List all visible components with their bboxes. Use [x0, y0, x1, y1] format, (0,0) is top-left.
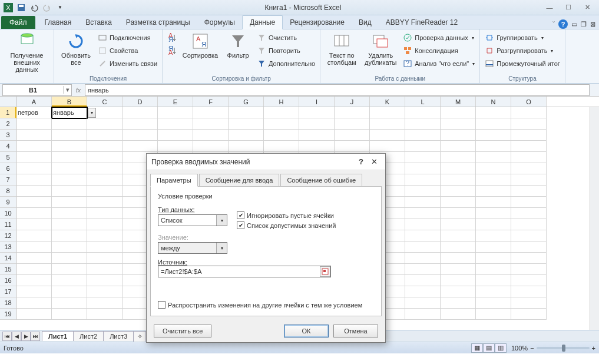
excel-icon[interactable]: X: [2, 2, 14, 14]
get-external-data-button[interactable]: Получение внешних данных: [4, 31, 50, 74]
cell[interactable]: петров: [16, 107, 52, 118]
cell[interactable]: [87, 230, 123, 241]
cell[interactable]: [52, 163, 87, 174]
row-header[interactable]: 6: [0, 163, 16, 174]
cell[interactable]: [158, 118, 193, 130]
cell[interactable]: [441, 141, 476, 152]
zoom-slider[interactable]: [537, 347, 590, 349]
subtotal-button[interactable]: Промежуточный итог: [484, 58, 561, 70]
cell[interactable]: [476, 141, 511, 152]
row-header[interactable]: 14: [0, 253, 16, 264]
cell[interactable]: [405, 230, 441, 241]
type-dropdown[interactable]: Список▾: [158, 214, 227, 226]
row-header[interactable]: 11: [0, 219, 16, 230]
cell[interactable]: [87, 264, 123, 275]
cell[interactable]: [16, 163, 52, 174]
row-header[interactable]: 1: [0, 107, 16, 118]
column-header[interactable]: J: [335, 97, 370, 107]
ungroup-button[interactable]: Разгруппировать▾: [484, 45, 561, 57]
cell[interactable]: [158, 107, 193, 118]
cell[interactable]: [193, 130, 229, 141]
cell[interactable]: [16, 130, 52, 141]
cell[interactable]: [264, 141, 299, 152]
cell[interactable]: [52, 286, 87, 297]
document-close-icon[interactable]: ⊠: [590, 21, 595, 28]
cell[interactable]: [405, 130, 441, 141]
cell[interactable]: [405, 163, 441, 174]
cell[interactable]: [441, 197, 476, 208]
row-header[interactable]: 4: [0, 141, 16, 152]
cell[interactable]: [476, 297, 511, 309]
cell[interactable]: [52, 264, 87, 275]
cell[interactable]: [441, 163, 476, 174]
cell[interactable]: [476, 186, 511, 197]
cell[interactable]: [441, 241, 476, 253]
cell[interactable]: [229, 141, 264, 152]
column-header[interactable]: I: [299, 97, 335, 107]
remove-duplicates-button[interactable]: Удалить дубликаты: [362, 31, 399, 67]
row-header[interactable]: 12: [0, 230, 16, 241]
cell[interactable]: [158, 130, 193, 141]
cell[interactable]: [441, 309, 476, 320]
connections-button[interactable]: Подключения: [97, 32, 158, 44]
cell[interactable]: [405, 152, 441, 163]
cell[interactable]: [476, 253, 511, 264]
cell[interactable]: [87, 163, 123, 174]
column-header[interactable]: A: [16, 97, 52, 107]
range-picker-icon[interactable]: [320, 266, 330, 277]
cell[interactable]: [511, 253, 547, 264]
sheet-nav-last-icon[interactable]: ⏭: [31, 332, 40, 341]
column-header[interactable]: F: [193, 97, 229, 107]
cell[interactable]: [193, 107, 229, 118]
cell[interactable]: [16, 297, 52, 309]
cell[interactable]: [511, 230, 547, 241]
cell[interactable]: [52, 297, 87, 309]
sheet-tab-2[interactable]: Лист2: [73, 331, 104, 341]
window-restore-icon[interactable]: ▭: [571, 21, 577, 28]
cell[interactable]: [441, 130, 476, 141]
group-button[interactable]: Группировать▾: [484, 32, 561, 44]
cell[interactable]: [476, 197, 511, 208]
cell[interactable]: [87, 130, 123, 141]
cell[interactable]: [476, 107, 511, 118]
dialog-tab-params[interactable]: Параметры: [150, 174, 198, 187]
document-restore-icon[interactable]: ❐: [581, 21, 587, 28]
close-button[interactable]: ✕: [579, 2, 595, 13]
maximize-button[interactable]: ☐: [560, 2, 577, 13]
cell[interactable]: [87, 297, 123, 309]
dialog-close-icon[interactable]: ✕: [368, 156, 380, 168]
filter-button[interactable]: Фильтр: [223, 31, 253, 60]
refresh-all-button[interactable]: Обновить все: [58, 31, 94, 67]
cell[interactable]: [299, 130, 335, 141]
cell[interactable]: [16, 197, 52, 208]
cell[interactable]: [52, 152, 87, 163]
cell[interactable]: [87, 275, 123, 286]
cell[interactable]: [229, 130, 264, 141]
tab-abbyy[interactable]: ABBYY FineReader 12: [379, 16, 465, 29]
cell[interactable]: [511, 130, 547, 141]
cell[interactable]: [370, 118, 405, 130]
ok-button[interactable]: ОК: [284, 325, 329, 337]
cell[interactable]: [405, 186, 441, 197]
dialog-help-icon[interactable]: ?: [355, 156, 368, 168]
zoom-level[interactable]: 100%: [511, 345, 528, 352]
cell[interactable]: [264, 107, 299, 118]
column-header[interactable]: K: [370, 97, 405, 107]
validation-dropdown-icon[interactable]: ▾: [88, 108, 96, 118]
dropdown-list-checkbox[interactable]: Список допустимых значений: [237, 221, 336, 229]
cell[interactable]: [511, 163, 547, 174]
cell[interactable]: [405, 141, 441, 152]
cell[interactable]: [52, 174, 87, 186]
save-icon[interactable]: [15, 2, 27, 14]
cell[interactable]: [335, 118, 370, 130]
cell[interactable]: [405, 297, 441, 309]
cell[interactable]: [16, 141, 52, 152]
formula-bar[interactable]: январь: [85, 84, 590, 96]
row-header[interactable]: 2: [0, 118, 16, 130]
cell[interactable]: [52, 275, 87, 286]
cell[interactable]: [405, 309, 441, 320]
cell[interactable]: [87, 118, 123, 130]
cell[interactable]: [476, 152, 511, 163]
cell[interactable]: [123, 107, 158, 118]
dialog-tab-error-msg[interactable]: Сообщение об ошибке: [280, 174, 362, 187]
